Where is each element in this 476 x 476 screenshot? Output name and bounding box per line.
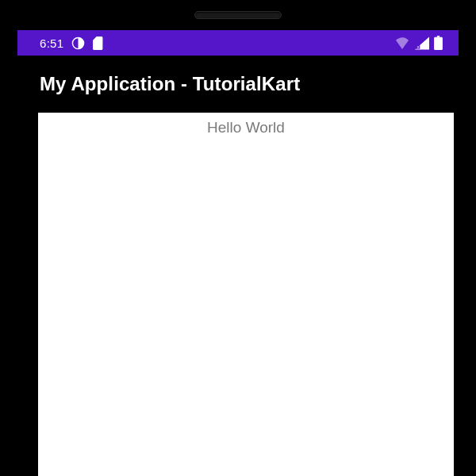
app-bar: My Application - TutorialKart bbox=[17, 56, 459, 113]
status-time: 6:51 bbox=[40, 36, 63, 50]
sd-card-icon bbox=[93, 36, 104, 50]
app-title: My Application - TutorialKart bbox=[40, 73, 300, 95]
svg-text:x: x bbox=[417, 44, 420, 49]
battery-icon bbox=[434, 36, 443, 50]
status-bar-right: x bbox=[394, 36, 443, 50]
content-area: Hello World bbox=[38, 113, 454, 476]
svg-rect-4 bbox=[434, 37, 443, 50]
contrast-icon bbox=[71, 36, 85, 50]
speaker-slot-icon bbox=[194, 11, 282, 19]
device-bezel bbox=[0, 0, 476, 30]
hello-world-text: Hello World bbox=[207, 119, 285, 136]
status-bar: 6:51 bbox=[17, 30, 459, 56]
signal-icon: x bbox=[415, 36, 429, 50]
svg-rect-3 bbox=[437, 36, 440, 37]
status-bar-left: 6:51 bbox=[40, 36, 104, 50]
wifi-icon bbox=[394, 36, 410, 49]
device-frame: 6:51 bbox=[0, 0, 476, 476]
